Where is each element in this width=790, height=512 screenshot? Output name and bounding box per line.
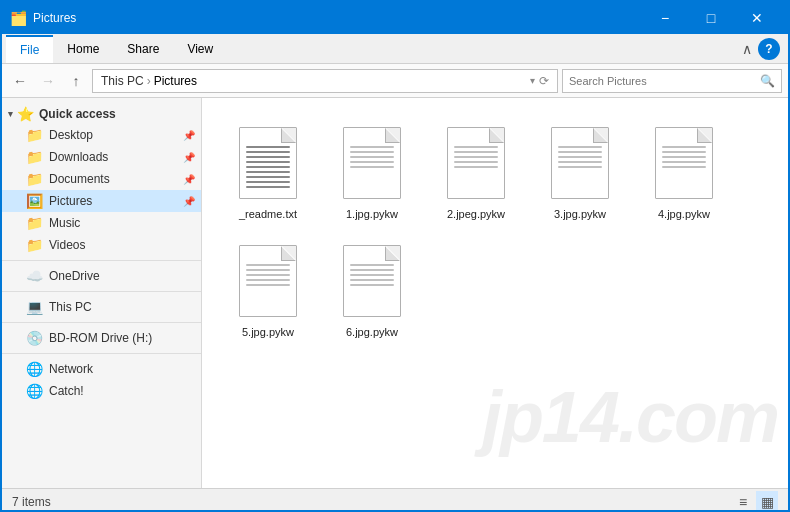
pin-icon-documents: 📌 <box>183 174 195 185</box>
sidebar-item-onedrive[interactable]: ☁️ OneDrive <box>2 265 201 287</box>
sidebar-item-catch[interactable]: 🌐 Catch! <box>2 380 201 402</box>
path-this-pc: This PC <box>101 74 144 88</box>
sidebar-item-this-pc-label: This PC <box>49 300 92 314</box>
music-folder-icon: 📁 <box>26 215 43 231</box>
pin-icon-downloads: 📌 <box>183 152 195 163</box>
minimize-button[interactable]: − <box>642 2 688 34</box>
watermark: jp14.com <box>482 376 778 458</box>
sidebar-item-bdrom[interactable]: 💿 BD-ROM Drive (H:) <box>2 327 201 349</box>
file-name-3: 3.jpg.pykw <box>554 207 606 221</box>
back-button[interactable]: ← <box>8 69 32 93</box>
pictures-folder-icon: 🖼️ <box>26 193 43 209</box>
file-name-1: 1.jpg.pykw <box>346 207 398 221</box>
tab-file[interactable]: File <box>6 35 53 63</box>
sidebar-item-videos[interactable]: 📁 Videos <box>2 234 201 256</box>
detail-view-button[interactable]: ▦ <box>756 491 778 513</box>
onedrive-icon: ☁️ <box>26 268 43 284</box>
file-icon-6 <box>343 245 401 317</box>
path-current: Pictures <box>154 74 197 88</box>
documents-folder-icon: 📁 <box>26 171 43 187</box>
file-icon-4 <box>655 127 713 199</box>
sidebar-item-downloads[interactable]: 📁 Downloads 📌 <box>2 146 201 168</box>
sidebar-item-this-pc[interactable]: 💻 This PC <box>2 296 201 318</box>
file-icon-1 <box>343 127 401 199</box>
downloads-folder-icon: 📁 <box>26 149 43 165</box>
file-icon-wrapper-3 <box>545 123 615 203</box>
file-item-6[interactable]: 6.jpg.pykw <box>322 232 422 346</box>
ribbon: File Home Share View ∧ ? <box>2 34 788 64</box>
search-box[interactable]: 🔍 <box>562 69 782 93</box>
catch-icon: 🌐 <box>26 383 43 399</box>
close-button[interactable]: ✕ <box>734 2 780 34</box>
file-item-4[interactable]: 4.jpg.pykw <box>634 114 734 228</box>
quick-access-header[interactable]: ▾ ⭐ Quick access <box>2 102 201 124</box>
files-grid: _readme.txt 1.jpg.pykw <box>218 114 772 347</box>
tab-view[interactable]: View <box>173 36 227 62</box>
file-icon-2 <box>447 127 505 199</box>
sidebar-divider-2 <box>2 291 201 292</box>
file-icon-wrapper-4 <box>649 123 719 203</box>
file-name-readme: _readme.txt <box>239 207 297 221</box>
title-bar: 🗂️ Pictures − □ ✕ <box>2 2 788 34</box>
refresh-button[interactable]: ⟳ <box>539 74 549 88</box>
maximize-button[interactable]: □ <box>688 2 734 34</box>
view-controls: ≡ ▦ <box>732 491 778 513</box>
file-icon-5 <box>239 245 297 317</box>
file-icon-3 <box>551 127 609 199</box>
file-name-4: 4.jpg.pykw <box>658 207 710 221</box>
sidebar-item-onedrive-label: OneDrive <box>49 269 100 283</box>
file-name-6: 6.jpg.pykw <box>346 325 398 339</box>
sidebar-item-pictures-label: Pictures <box>49 194 92 208</box>
sidebar-item-desktop-label: Desktop <box>49 128 93 142</box>
sidebar-item-music-label: Music <box>49 216 80 230</box>
path-separator: › <box>147 74 151 88</box>
videos-folder-icon: 📁 <box>26 237 43 253</box>
desktop-folder-icon: 📁 <box>26 127 43 143</box>
network-icon: 🌐 <box>26 361 43 377</box>
ribbon-expand-icon[interactable]: ∧ <box>736 39 758 59</box>
sidebar-item-network[interactable]: 🌐 Network <box>2 358 201 380</box>
sidebar-item-desktop[interactable]: 📁 Desktop 📌 <box>2 124 201 146</box>
help-button[interactable]: ? <box>758 38 780 60</box>
file-icon-wrapper-1 <box>337 123 407 203</box>
sidebar-item-catch-label: Catch! <box>49 384 84 398</box>
forward-button[interactable]: → <box>36 69 60 93</box>
file-name-5: 5.jpg.pykw <box>242 325 294 339</box>
readme-file-icon <box>239 127 297 199</box>
quick-access-icon: ⭐ <box>17 106 34 122</box>
this-pc-icon: 💻 <box>26 299 43 315</box>
search-input[interactable] <box>569 75 760 87</box>
tab-home[interactable]: Home <box>53 36 113 62</box>
sidebar-item-network-label: Network <box>49 362 93 376</box>
bdrom-icon: 💿 <box>26 330 43 346</box>
title-bar-controls: − □ ✕ <box>642 2 780 34</box>
sidebar-item-pictures[interactable]: 🖼️ Pictures 📌 <box>2 190 201 212</box>
sidebar-item-documents[interactable]: 📁 Documents 📌 <box>2 168 201 190</box>
file-icon-wrapper-6 <box>337 241 407 321</box>
path-dropdown-icon[interactable]: ▾ <box>530 75 535 86</box>
file-item-readme[interactable]: _readme.txt <box>218 114 318 228</box>
sidebar-item-videos-label: Videos <box>49 238 85 252</box>
status-bar: 7 items ≡ ▦ <box>2 488 788 512</box>
tab-share[interactable]: Share <box>113 36 173 62</box>
file-icon-wrapper-readme <box>233 123 303 203</box>
file-item-1[interactable]: 1.jpg.pykw <box>322 114 422 228</box>
file-item-2[interactable]: 2.jpeg.pykw <box>426 114 526 228</box>
up-button[interactable]: ↑ <box>64 69 88 93</box>
sidebar-item-music[interactable]: 📁 Music <box>2 212 201 234</box>
address-path[interactable]: This PC › Pictures ▾ ⟳ <box>92 69 558 93</box>
file-icon-wrapper-2 <box>441 123 511 203</box>
file-item-3[interactable]: 3.jpg.pykw <box>530 114 630 228</box>
title-bar-icon: 🗂️ <box>10 10 27 26</box>
list-view-button[interactable]: ≡ <box>732 491 754 513</box>
sidebar: ▾ ⭐ Quick access 📁 Desktop 📌 📁 Downloads… <box>2 98 202 488</box>
sidebar-item-downloads-label: Downloads <box>49 150 108 164</box>
search-icon[interactable]: 🔍 <box>760 74 775 88</box>
sidebar-item-bdrom-label: BD-ROM Drive (H:) <box>49 331 152 345</box>
file-item-5[interactable]: 5.jpg.pykw <box>218 232 318 346</box>
file-name-2: 2.jpeg.pykw <box>447 207 505 221</box>
sidebar-item-documents-label: Documents <box>49 172 110 186</box>
pin-icon-pictures: 📌 <box>183 196 195 207</box>
sidebar-divider-3 <box>2 322 201 323</box>
quick-access-label: Quick access <box>39 107 116 121</box>
